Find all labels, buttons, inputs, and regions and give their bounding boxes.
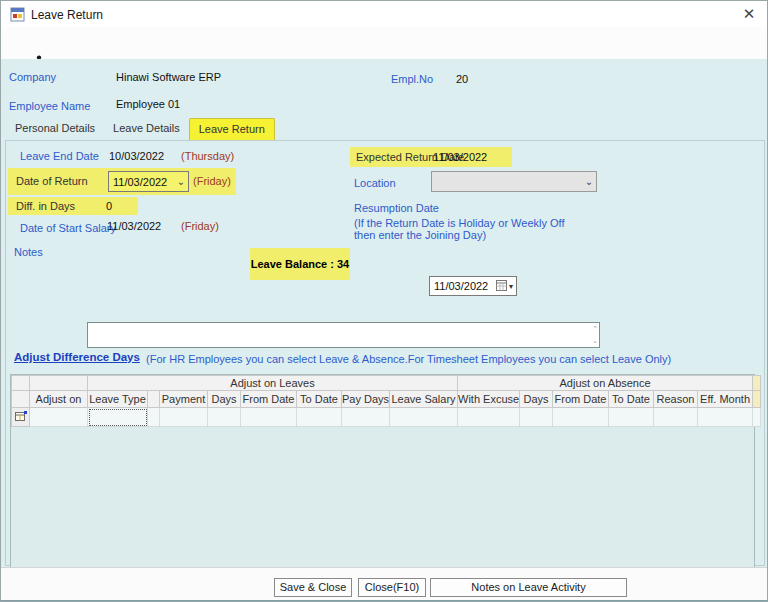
window-title: Leave Return — [31, 8, 103, 22]
resumption-date-value: 11/03/2022 — [430, 280, 496, 292]
leave-return-panel: Leave End Date 10/03/2022 (Thursday) Exp… — [5, 140, 765, 566]
diff-in-days-label: Diff. in Days — [16, 200, 75, 212]
grid-group-header-row: Adjust on Leaves Adjust on Absence — [12, 376, 761, 391]
date-of-return-label: Date of Return — [16, 175, 88, 187]
resumption-date-label: Resumption Date — [354, 202, 439, 214]
leave-return-window: Leave Return ✕ Emp. Profile ▾ Company Hi… — [0, 0, 768, 602]
leave-end-date-value: 10/03/2022 — [109, 150, 164, 162]
cell-adjust-on[interactable] — [30, 408, 88, 427]
chevron-down-icon: ▾ — [509, 282, 513, 291]
col-spacer — [148, 391, 160, 408]
cell-days-absence[interactable] — [520, 408, 553, 427]
calendar-icon — [496, 280, 507, 293]
cell-to-date-leave[interactable] — [297, 408, 342, 427]
grid-sliver-cell — [753, 376, 761, 391]
footer-bar: Save & Close Close(F10) Notes on Leave A… — [1, 567, 768, 602]
leave-end-date-label: Leave End Date — [20, 150, 99, 162]
group-adjust-on-leaves: Adjust on Leaves — [88, 376, 458, 391]
cell-leave-salary[interactable] — [390, 408, 458, 427]
col-payment[interactable]: Payment — [160, 391, 208, 408]
empl-no-value: 20 — [456, 73, 468, 85]
company-label: Company — [9, 71, 56, 83]
date-of-return-combobox[interactable]: 11/03/2022 ⌄ — [108, 171, 189, 192]
col-from-date-absence[interactable]: From Date — [553, 391, 609, 408]
col-eff-month[interactable]: Eff. Month — [698, 391, 753, 408]
cell-payment[interactable] — [160, 408, 208, 427]
spinner-down-icon[interactable]: ⌄ — [592, 337, 598, 344]
toolbar: Emp. Profile ▾ — [1, 27, 768, 59]
spinner-up-icon[interactable]: ⌃ — [592, 325, 598, 332]
notes-on-leave-activity-button[interactable]: Notes on Leave Activity — [430, 578, 627, 597]
leave-balance-badge: Leave Balance : 34 — [250, 248, 350, 280]
cell-reason[interactable] — [654, 408, 698, 427]
grid-new-row — [12, 408, 761, 427]
col-from-date-leave[interactable]: From Date — [241, 391, 297, 408]
col-leave-type[interactable]: Leave Type — [88, 391, 148, 408]
grid-blank-group-cell — [30, 376, 88, 391]
notes-input[interactable] — [87, 322, 600, 348]
tab-leave-return[interactable]: Leave Return — [189, 118, 275, 140]
col-leave-salary[interactable]: Leave Salary — [390, 391, 458, 408]
col-to-date-leave[interactable]: To Date — [297, 391, 342, 408]
chevron-down-icon: ⌄ — [582, 176, 596, 187]
col-days-absence[interactable]: Days — [520, 391, 553, 408]
title-bar: Leave Return ✕ — [1, 1, 768, 27]
empl-no-label: Empl.No — [391, 73, 433, 85]
adjust-difference-days-link[interactable]: Adjust Difference Days — [14, 351, 140, 363]
resumption-date-picker[interactable]: 11/03/2022 ▾ — [429, 276, 517, 296]
cell-pay-days[interactable] — [342, 408, 390, 427]
resumption-note-line2: then enter the Joining Day) — [354, 229, 486, 241]
col-pay-days[interactable]: Pay Days — [342, 391, 390, 408]
cell-eff-month[interactable] — [698, 408, 753, 427]
chevron-down-icon: ⌄ — [174, 176, 188, 187]
date-of-start-salary-value: 11/03/2022 — [107, 220, 161, 232]
cell-days-leave[interactable] — [208, 408, 241, 427]
col-adjust-on[interactable]: Adjust on — [30, 391, 88, 408]
group-adjust-on-absence: Adjust on Absence — [458, 376, 753, 391]
cell-to-date-absence[interactable] — [609, 408, 654, 427]
date-of-start-salary-label: Date of Start Salary — [20, 222, 116, 234]
employee-name-label: Employee Name — [9, 100, 90, 112]
grid-column-header-row: Adjust on Leave Type Payment Days From D… — [12, 391, 761, 408]
col-reason[interactable]: Reason — [654, 391, 698, 408]
content-area: Company Hinawi Software ERP Empl.No 20 E… — [1, 59, 768, 602]
app-window-icon — [10, 7, 25, 24]
close-icon[interactable]: ✕ — [739, 5, 759, 25]
adjustment-table: Adjust on Leaves Adjust on Absence Adjus… — [11, 375, 761, 427]
location-label: Location — [354, 177, 396, 189]
close-f10-button[interactable]: Close(F10) — [358, 578, 426, 597]
date-of-return-value: 11/03/2022 — [109, 176, 174, 188]
date-of-start-salary-day: (Friday) — [181, 220, 219, 232]
cell-with-excuse[interactable] — [458, 408, 520, 427]
grid-sliver-header — [753, 391, 761, 408]
expected-return-date-value: 11/03/2022 — [433, 151, 487, 163]
tab-leave-details[interactable]: Leave Details — [104, 118, 189, 140]
new-row-indicator-icon[interactable] — [12, 408, 30, 427]
company-value: Hinawi Software ERP — [116, 71, 221, 83]
employee-name-value: Employee 01 — [116, 98, 180, 110]
notes-label: Notes — [14, 246, 43, 258]
col-days-leave[interactable]: Days — [208, 391, 241, 408]
adjust-difference-days-hint: (For HR Employees you can select Leave &… — [146, 353, 671, 365]
cell-from-date-leave[interactable] — [241, 408, 297, 427]
date-of-return-day: (Friday) — [193, 175, 231, 187]
diff-in-days-value: 0 — [106, 200, 112, 212]
cell-sliver — [753, 408, 761, 427]
save-and-close-button[interactable]: Save & Close — [274, 578, 352, 597]
col-with-excuse[interactable]: With Excuse — [458, 391, 520, 408]
location-dropdown[interactable]: ⌄ — [431, 171, 597, 192]
resumption-note-line1: (If the Return Date is Holiday or Weekly… — [354, 217, 565, 229]
leave-end-date-day: (Thursday) — [181, 150, 234, 162]
cell-leave-type[interactable] — [88, 408, 148, 427]
cell-from-date-absence[interactable] — [553, 408, 609, 427]
grid-corner-cell — [12, 376, 30, 391]
tab-strip: Personal Details Leave Details Leave Ret… — [6, 118, 275, 140]
cell-spacer — [148, 408, 160, 427]
col-to-date-absence[interactable]: To Date — [609, 391, 654, 408]
tab-personal-details[interactable]: Personal Details — [6, 118, 104, 140]
row-selector-header — [12, 391, 30, 408]
